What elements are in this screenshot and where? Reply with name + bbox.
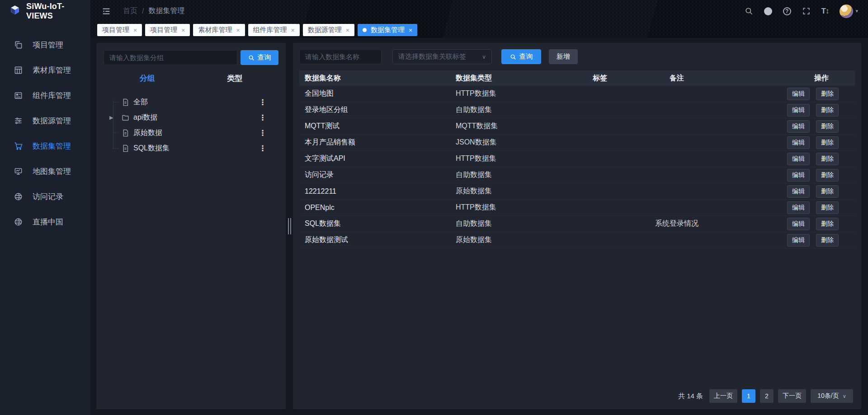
delete-button[interactable]: 删除 bbox=[816, 218, 839, 230]
panel-splitter bbox=[286, 43, 293, 409]
delete-button[interactable]: 删除 bbox=[816, 201, 839, 214]
sidebar-item-project[interactable]: 项目管理 bbox=[0, 32, 90, 57]
edit-button[interactable]: 编辑 bbox=[787, 234, 810, 247]
page-size-select[interactable]: 10条/页 ∨ bbox=[811, 389, 853, 403]
search-icon[interactable] bbox=[745, 7, 753, 15]
sidebar-item-dataset[interactable]: 数据集管理 bbox=[0, 133, 90, 159]
delete-button[interactable]: 删除 bbox=[816, 120, 839, 133]
sidebar-item-label: 直播中国 bbox=[33, 217, 63, 227]
font-size-icon[interactable]: T↕ bbox=[821, 7, 829, 16]
user-menu[interactable]: ▾ bbox=[840, 5, 858, 18]
delete-button[interactable]: 删除 bbox=[816, 169, 839, 182]
more-vertical-icon[interactable]: ⋮ bbox=[259, 128, 267, 138]
tab-project-2[interactable]: 项目管理 × bbox=[145, 24, 190, 36]
sidebar-item-label: 数据集管理 bbox=[33, 141, 71, 151]
col-header-ops: 操作 bbox=[724, 74, 855, 83]
close-icon[interactable]: × bbox=[236, 27, 240, 33]
live-globe-icon bbox=[14, 217, 23, 226]
document-icon bbox=[122, 145, 129, 152]
tag-select-placeholder: 请选择数据集关联标签 bbox=[398, 52, 466, 61]
menu-fold-icon[interactable] bbox=[101, 6, 111, 16]
col-header-type: 数据集类型 bbox=[448, 74, 571, 83]
add-dataset-button[interactable]: 新增 bbox=[549, 49, 578, 64]
sidebar-item-datasource[interactable]: 数据源管理 bbox=[0, 108, 90, 133]
delete-button[interactable]: 删除 bbox=[816, 234, 839, 247]
tab-label: 项目管理 bbox=[102, 26, 129, 34]
col-header-tag: 标签 bbox=[571, 74, 629, 83]
top-wrap: 首页 / 数据集管理 ? T↕ ▾ 项 bbox=[90, 0, 868, 38]
edit-button[interactable]: 编辑 bbox=[787, 153, 810, 165]
more-vertical-icon[interactable]: ⋮ bbox=[259, 98, 267, 107]
table-row: 本月产品销售额 JSON数据集 编辑删除 bbox=[299, 135, 855, 151]
tab-group[interactable]: 分组 bbox=[104, 73, 191, 84]
delete-button[interactable]: 删除 bbox=[816, 136, 839, 149]
tree-node-api[interactable]: ▶ api数据 ⋮ bbox=[104, 110, 278, 125]
dataset-search-button[interactable]: 查询 bbox=[501, 49, 541, 64]
breadcrumb-home[interactable]: 首页 bbox=[123, 6, 137, 16]
more-vertical-icon[interactable]: ⋮ bbox=[259, 113, 267, 122]
edit-button[interactable]: 编辑 bbox=[787, 185, 810, 198]
logo-cube-icon bbox=[9, 5, 21, 18]
delete-button[interactable]: 删除 bbox=[816, 88, 839, 100]
edit-button[interactable]: 编辑 bbox=[787, 218, 810, 230]
table-toolbar: 请选择数据集关联标签 ∨ 查询 新增 bbox=[299, 49, 855, 64]
github-icon[interactable] bbox=[764, 7, 772, 15]
table-row: MQTT测试 MQTT数据集 编辑删除 bbox=[299, 118, 855, 135]
table-row: OPENplc HTTP数据集 编辑删除 bbox=[299, 200, 855, 216]
tag-select[interactable]: 请选择数据集关联标签 ∨ bbox=[392, 49, 492, 64]
close-icon[interactable]: × bbox=[346, 27, 349, 33]
delete-button[interactable]: 删除 bbox=[816, 104, 839, 117]
table-row: SQL数据集 自助数据集 系统登录情况 编辑删除 bbox=[299, 216, 855, 232]
help-icon[interactable]: ? bbox=[783, 7, 791, 15]
tree-tabs: 分组 类型 bbox=[104, 73, 278, 84]
tab-project-1[interactable]: 项目管理 × bbox=[97, 24, 142, 36]
group-search-input[interactable] bbox=[104, 50, 237, 65]
group-search-button[interactable]: 查询 bbox=[241, 50, 278, 65]
close-icon[interactable]: × bbox=[133, 27, 137, 33]
close-icon[interactable]: × bbox=[291, 27, 295, 33]
tab-material[interactable]: 素材库管理 × bbox=[193, 24, 245, 36]
splitter-handle[interactable] bbox=[288, 218, 291, 234]
sidebar-item-visits[interactable]: 访问记录 bbox=[0, 184, 90, 209]
tree-node-sql[interactable]: SQL数据集 ⋮ bbox=[104, 140, 278, 156]
edit-button[interactable]: 编辑 bbox=[787, 136, 810, 149]
more-vertical-icon[interactable]: ⋮ bbox=[259, 144, 267, 153]
page-button-1[interactable]: 1 bbox=[742, 389, 755, 403]
prev-page-button[interactable]: 上一页 bbox=[709, 389, 737, 403]
chevron-down-icon: ∨ bbox=[843, 393, 846, 399]
sidebar-item-material[interactable]: 素材库管理 bbox=[0, 57, 90, 83]
dataset-search-input[interactable] bbox=[299, 49, 382, 64]
edit-button[interactable]: 编辑 bbox=[787, 104, 810, 117]
edit-button[interactable]: 编辑 bbox=[787, 120, 810, 133]
expand-caret-icon[interactable]: ▶ bbox=[109, 115, 113, 121]
tree-node-raw[interactable]: 原始数据 ⋮ bbox=[104, 125, 278, 140]
delete-button[interactable]: 删除 bbox=[816, 185, 839, 198]
close-icon[interactable]: × bbox=[181, 27, 185, 33]
edit-button[interactable]: 编辑 bbox=[787, 201, 810, 214]
tree-node-all[interactable]: 全部 ⋮ bbox=[104, 94, 278, 110]
delete-button[interactable]: 删除 bbox=[816, 153, 839, 165]
table-row: 文字测试API HTTP数据集 编辑删除 bbox=[299, 151, 855, 167]
edit-button[interactable]: 编辑 bbox=[787, 88, 810, 100]
atlas-monitor-icon bbox=[14, 167, 23, 176]
tab-type[interactable]: 类型 bbox=[191, 73, 279, 84]
tab-label: 数据源管理 bbox=[308, 26, 342, 34]
fullscreen-icon[interactable] bbox=[802, 7, 811, 15]
group-tree-panel: 查询 分组 类型 全部 ⋮ ▶ bbox=[96, 43, 286, 409]
tab-dataset-active[interactable]: 数据集管理 × bbox=[358, 24, 417, 36]
edit-button[interactable]: 编辑 bbox=[787, 169, 810, 182]
table-row: 全国地图 HTTP数据集 编辑删除 bbox=[299, 86, 855, 102]
sidebar: SiWu-IoT-VIEWS 项目管理 素材库管理 组件库管理 数据源管理 数据… bbox=[0, 0, 90, 415]
next-page-button[interactable]: 下一页 bbox=[778, 389, 806, 403]
document-icon bbox=[122, 129, 129, 137]
sidebar-item-label: 素材库管理 bbox=[33, 65, 71, 75]
sidebar-item-atlas[interactable]: 地图集管理 bbox=[0, 159, 90, 184]
tab-datasource[interactable]: 数据源管理 × bbox=[303, 24, 354, 36]
page-button-2[interactable]: 2 bbox=[760, 389, 774, 403]
sidebar-item-component[interactable]: 组件库管理 bbox=[0, 83, 90, 108]
tab-component[interactable]: 组件库管理 × bbox=[248, 24, 300, 36]
table-row: 原始数据测试 原始数据集 编辑删除 bbox=[299, 232, 855, 248]
pagination: 共 14 条 上一页 1 2 下一页 10条/页 ∨ bbox=[299, 389, 855, 403]
close-icon[interactable]: × bbox=[409, 27, 412, 33]
sidebar-item-live-china[interactable]: 直播中国 bbox=[0, 209, 90, 234]
